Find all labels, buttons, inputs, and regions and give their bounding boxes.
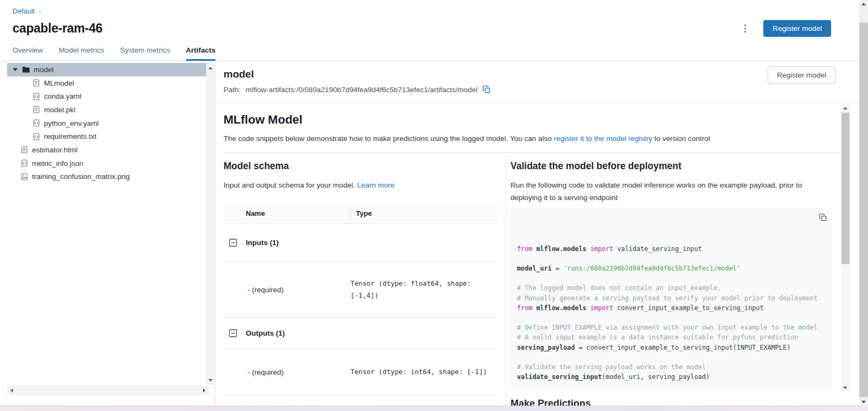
file-text-icon: [33, 106, 40, 113]
collapse-inputs-button[interactable]: [229, 239, 237, 247]
scroll-down-icon[interactable]: [843, 387, 847, 389]
code-line: from mlflow.models import convert_input_…: [517, 303, 826, 313]
tree-item-label: conda.yaml: [44, 92, 81, 100]
path-label: Path:: [224, 86, 241, 94]
file-code-icon: [33, 93, 40, 100]
tree-item-model[interactable]: model: [7, 63, 208, 76]
tree-item-label: requirements.txt: [44, 132, 97, 140]
window-bottom-edge: [0, 406, 868, 411]
breadcrumb-experiment-link[interactable]: Default: [12, 7, 35, 15]
artifact-path: mlflow-artifacts:/0/080a2190b7d94fea9d4f…: [246, 86, 478, 94]
file-code-icon: [33, 93, 40, 100]
scrollbar-thumb[interactable]: [841, 113, 850, 264]
collapse-outputs-button[interactable]: [229, 329, 237, 337]
scroll-up-icon[interactable]: [861, 3, 866, 5]
caret-down-icon[interactable]: [12, 68, 18, 72]
mlflow-run-page: Default› capable-ram-46 Register model O…: [0, 0, 868, 411]
tree-item-metric-info-json[interactable]: metric_info.json: [7, 157, 208, 170]
code-line: # Define INPUT_EXAMPLE via assignment wi…: [517, 323, 826, 332]
column-header-type: Type: [351, 209, 372, 217]
tab-model-metrics[interactable]: Model metrics: [59, 46, 104, 61]
register-model-secondary-button[interactable]: Register model: [768, 66, 835, 84]
folder-icon: [22, 66, 30, 73]
tree-item-model-pkl[interactable]: model.pkl: [7, 103, 208, 117]
code-block: from mlflow.models import validate_servi…: [510, 208, 832, 388]
model-registry-link[interactable]: register it to the model registry: [554, 134, 653, 143]
code-line: validate_serving_input(model_uri, servin…: [517, 372, 826, 382]
code-line: [517, 352, 826, 362]
page-title: capable-ram-46: [12, 21, 103, 36]
code-line: model_uri = 'runs:/080a2190b7d94fea9d4f6…: [517, 264, 826, 273]
output-schema-row: - (required) Tensor (dtype: int64, shape…: [224, 349, 497, 395]
tree-item-training-confusion-matrix-png[interactable]: training_confusion_matrix.png: [7, 170, 208, 184]
scroll-left-icon[interactable]: [10, 388, 13, 393]
tab-overview[interactable]: Overview: [12, 46, 43, 61]
copy-icon: [819, 213, 827, 222]
input-name-cell: - (required): [224, 286, 350, 294]
code-line: # The logged model does not contain an i…: [517, 283, 826, 293]
file-image-icon: [21, 173, 28, 181]
file-text-icon: [33, 79, 40, 87]
file-code-icon: [33, 119, 40, 127]
artifact-tree-sidebar: modelMLmodelconda.yamlmodel.pklpython_en…: [0, 61, 215, 406]
scroll-right-icon[interactable]: [203, 388, 206, 393]
breadcrumb: Default›: [12, 7, 855, 15]
tree-item-label: model.pkl: [44, 106, 75, 114]
tree-item-label: training_confusion_matrix.png: [32, 172, 130, 181]
tree-item-requirements-txt[interactable]: requirements.txt: [7, 130, 208, 143]
file-text-icon: [33, 106, 40, 113]
copy-path-button[interactable]: [482, 85, 491, 94]
model-schema-title: Model schema: [224, 160, 497, 172]
mlflow-model-section: MLflow Model The code snippets below dem…: [224, 103, 847, 153]
page-header: Default› capable-ram-46 Register model: [0, 0, 868, 37]
tree-item-label: MLmodel: [44, 79, 74, 87]
file-code-icon: [33, 133, 40, 140]
tree-item-label: estimator.html: [32, 146, 78, 154]
tree-item-mlmodel[interactable]: MLmodel: [7, 76, 208, 90]
file-code-icon: [33, 133, 40, 140]
output-type-cell: Tensor (dtype: int64, shape: [-1]): [350, 366, 497, 378]
scroll-down-icon[interactable]: [208, 379, 213, 382]
tree-item-estimator-html[interactable]: estimator.html: [7, 143, 208, 157]
tree-item-label: python_env.yaml: [44, 119, 99, 127]
file-text-icon: [21, 146, 28, 153]
tab-system-metrics[interactable]: System metrics: [120, 46, 170, 61]
mlflow-model-description: The code snippets below demonstrate how …: [224, 133, 847, 144]
validate-section: Validate the model before deployment Run…: [506, 157, 832, 411]
scroll-up-icon[interactable]: [843, 107, 847, 110]
input-schema-row: - (required) Tensor (dtype: float64, sha…: [224, 262, 497, 318]
caret-down-icon: [12, 68, 18, 72]
code-line: # Manually generate a serving payload to…: [517, 293, 826, 303]
tree-item-python-env-yaml[interactable]: python_env.yaml: [7, 117, 208, 130]
outputs-label: Outputs (1): [246, 329, 285, 337]
panel-vertical-scrollbar[interactable]: [841, 104, 850, 392]
minus-box-icon: [229, 239, 237, 247]
output-name-cell: - (required): [224, 368, 350, 376]
tab-artifacts[interactable]: Artifacts: [186, 46, 216, 61]
tree-item-label: model: [34, 66, 54, 74]
window-vertical-scrollbar[interactable]: [859, 0, 868, 406]
folder-icon: [22, 66, 30, 73]
code-line: from mlflow.models import validate_servi…: [517, 244, 826, 254]
code-line: # A valid input example is a data instan…: [517, 332, 826, 342]
tree-item-conda-yaml[interactable]: conda.yaml: [7, 89, 208, 103]
register-model-button[interactable]: Register model: [763, 20, 831, 37]
learn-more-link[interactable]: Learn more: [357, 181, 394, 189]
file-code-icon: [21, 159, 28, 167]
sidebar-vertical-scrollbar[interactable]: [206, 63, 215, 385]
copy-code-button[interactable]: [819, 213, 827, 222]
breadcrumb-separator: ›: [39, 7, 41, 15]
code-line: [517, 273, 826, 283]
scrollbar-thumb[interactable]: [859, 23, 868, 397]
validate-description: Run the following code to validate model…: [510, 179, 832, 204]
code-line: [517, 254, 826, 264]
scroll-down-icon[interactable]: [861, 401, 866, 403]
scroll-up-icon[interactable]: [208, 67, 213, 69]
kebab-menu-icon[interactable]: [741, 22, 749, 35]
column-header-name: Name: [224, 209, 350, 217]
minus-box-icon: [229, 329, 237, 337]
schema-table-header: Name Type: [224, 203, 497, 224]
inputs-group-row: Inputs (1): [224, 224, 497, 262]
sidebar-horizontal-scrollbar[interactable]: [7, 386, 209, 395]
schema-table: Name Type Inputs (1): [224, 203, 497, 395]
